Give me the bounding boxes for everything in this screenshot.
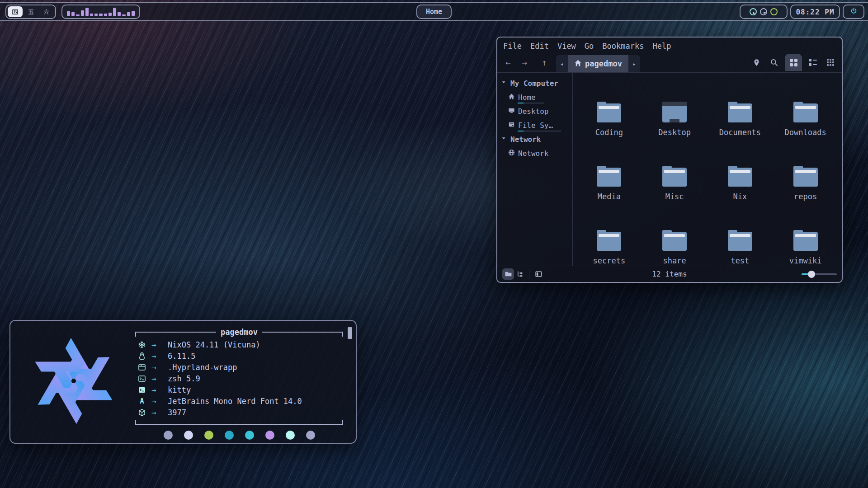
folder-item[interactable]: Misc xyxy=(642,143,708,207)
menu-item[interactable]: Help xyxy=(652,42,671,51)
zoom-slider[interactable] xyxy=(802,271,837,278)
sidebar-row[interactable]: My Computer xyxy=(497,76,572,90)
sidebar-row-icon xyxy=(508,107,515,116)
menu-item[interactable]: View xyxy=(557,42,576,51)
file-manager-body: My Computer Home Desktop File Sy… Networ… xyxy=(497,72,842,266)
sidebar-row-icon xyxy=(500,135,507,144)
sidebar-row[interactable]: File Sy… xyxy=(497,118,572,132)
fetch-row-value: zsh 5.9 xyxy=(168,374,200,383)
workspace-button[interactable] xyxy=(39,6,54,17)
folder-item[interactable]: Media xyxy=(576,143,642,207)
gauge-ring xyxy=(760,8,767,15)
fetch-row-value: 3977 xyxy=(168,408,186,417)
folder-name: Misc xyxy=(665,192,684,201)
menu-item[interactable]: Bookmarks xyxy=(602,42,644,51)
places-pane-button[interactable] xyxy=(502,268,514,280)
folder-item[interactable]: Downloads xyxy=(773,79,838,143)
clock-text: 08:22 PM xyxy=(796,8,834,16)
folder-item[interactable]: secrets xyxy=(576,207,642,272)
fetch-row-value: NixOS 24.11 (Vicuna) xyxy=(168,340,260,349)
palette-dot xyxy=(245,431,254,440)
folder-icon xyxy=(597,166,621,187)
folder-item[interactable]: vimwiki xyxy=(773,207,838,272)
status-separator xyxy=(529,270,529,279)
folder-icon xyxy=(728,166,752,187)
visualizer-bar xyxy=(99,14,102,16)
sidebar-row[interactable]: Home xyxy=(497,90,572,104)
arrow-icon: → xyxy=(151,385,168,394)
audio-visualizer xyxy=(61,5,140,19)
sidebar-row-label: Network xyxy=(510,135,541,144)
fetch-row-value: kitty xyxy=(168,385,191,394)
icon-view-button[interactable] xyxy=(785,54,802,71)
file-manager-window: FileEditViewGoBookmarksHelp ← → ↑ ◂ page… xyxy=(496,37,843,283)
toggle-sidepane-button[interactable] xyxy=(533,268,544,280)
fetch-row: → .Hyprland-wrapp xyxy=(138,361,343,373)
palette-dot xyxy=(225,431,234,440)
dirtree-pane-button[interactable] xyxy=(514,268,526,280)
list-view-button[interactable] xyxy=(806,56,820,69)
svg-text:A: A xyxy=(140,397,144,405)
arrow-icon: → xyxy=(151,397,168,406)
compact-view-button[interactable] xyxy=(824,56,837,69)
terminal-palette xyxy=(135,431,343,440)
slider-knob[interactable] xyxy=(808,271,815,278)
icon-view-glyph xyxy=(790,59,797,66)
fetch-row: → 6.11.5 xyxy=(138,350,343,361)
back-button[interactable]: ← xyxy=(502,56,514,69)
sidebar-row[interactable]: Network xyxy=(497,132,572,146)
clock: 08:22 PM xyxy=(790,5,840,19)
terminal-window[interactable]: pagedmov → NixOS 24.11 (Vicuna) → 6.11.5… xyxy=(9,320,357,444)
fetch-row-icon xyxy=(138,408,151,417)
sidebar-row-icon xyxy=(508,121,515,130)
location-pin-icon[interactable] xyxy=(750,56,763,69)
folder-grid: Coding Desktop Documents Downloads xyxy=(573,73,842,266)
folder-name: Media xyxy=(598,192,621,201)
path-segment-label: pagedmov xyxy=(585,59,622,68)
gauge-ring xyxy=(750,8,757,15)
fetch-row: → NixOS 24.11 (Vicuna) xyxy=(138,339,343,350)
path-scroll-left-icon[interactable]: ◂ xyxy=(556,55,568,72)
nixos-logo xyxy=(24,332,123,430)
folder-item[interactable]: Documents xyxy=(708,79,773,143)
home-icon xyxy=(574,59,582,69)
visualizer-bar xyxy=(85,8,89,16)
arrow-icon: → xyxy=(151,340,168,349)
folder-icon xyxy=(662,230,687,251)
fetch-hostname: pagedmov xyxy=(221,328,258,337)
folder-item[interactable]: Nix xyxy=(708,143,773,207)
gauge-fill xyxy=(761,9,766,14)
path-segment-home[interactable]: pagedmov xyxy=(568,55,628,72)
up-button[interactable]: ↑ xyxy=(538,56,551,69)
menu-item[interactable]: Go xyxy=(585,42,594,51)
folder-item[interactable]: Desktop xyxy=(642,79,708,143)
workspace-button[interactable] xyxy=(8,6,23,17)
arrow-icon: → xyxy=(151,352,168,361)
gauge-fill xyxy=(751,9,755,14)
fetch-row-value: 6.11.5 xyxy=(168,352,195,361)
folder-name: Desktop xyxy=(658,128,691,137)
sidebar-row[interactable]: Desktop xyxy=(497,104,572,118)
arrow-icon: → xyxy=(151,374,168,383)
folder-item[interactable]: Coding xyxy=(576,79,642,143)
folder-item[interactable]: share xyxy=(642,207,708,272)
folder-item[interactable]: repos xyxy=(773,143,838,207)
arrow-icon: → xyxy=(151,363,168,372)
visualizer-bar xyxy=(113,8,116,16)
menu-item[interactable]: File xyxy=(503,42,522,51)
active-window-title[interactable]: Home xyxy=(416,5,452,19)
sidebar-row[interactable]: Network xyxy=(497,146,572,160)
palette-dot xyxy=(286,431,295,440)
forward-button[interactable]: → xyxy=(518,56,531,69)
folder-item[interactable]: test xyxy=(708,207,773,272)
menu-item[interactable]: Edit xyxy=(530,42,549,51)
path-scroll-right-icon[interactable]: ▸ xyxy=(628,55,640,72)
active-window-label: Home xyxy=(426,8,442,16)
workspace-button[interactable] xyxy=(24,6,38,17)
power-button[interactable] xyxy=(843,5,864,19)
arrow-icon: → xyxy=(151,408,168,417)
palette-dot xyxy=(306,431,315,440)
search-icon[interactable] xyxy=(767,56,781,69)
visualizer-bar xyxy=(94,14,98,16)
visualizer-bar xyxy=(67,11,70,16)
